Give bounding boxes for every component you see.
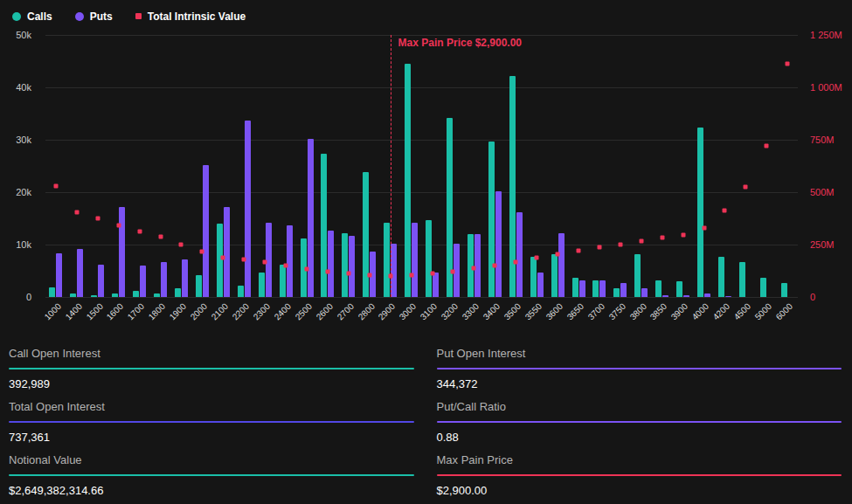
intrinsic-value-dot[interactable] [116, 223, 121, 227]
intrinsic-value-dot[interactable] [597, 245, 601, 250]
puts-bar[interactable] [412, 223, 418, 297]
puts-bar[interactable] [328, 231, 334, 297]
calls-bar[interactable] [530, 257, 537, 297]
strike-group-5000[interactable] [756, 35, 777, 297]
strike-group-3200[interactable] [443, 35, 464, 297]
calls-bar[interactable] [112, 293, 118, 297]
intrinsic-value-dot[interactable] [200, 249, 204, 253]
calls-bar[interactable] [572, 278, 578, 297]
intrinsic-value-dot[interactable] [681, 232, 685, 237]
intrinsic-value-dot[interactable] [284, 263, 288, 267]
puts-bar[interactable] [98, 265, 104, 297]
puts-bar[interactable] [704, 293, 710, 297]
puts-bar[interactable] [56, 253, 62, 297]
intrinsic-value-dot[interactable] [325, 269, 329, 273]
intrinsic-value-dot[interactable] [660, 236, 664, 240]
calls-bar[interactable] [196, 275, 202, 297]
strike-group-3600[interactable] [547, 35, 568, 297]
puts-bar[interactable] [140, 266, 146, 297]
calls-bar[interactable] [91, 295, 97, 297]
strike-group-3750[interactable] [610, 35, 631, 297]
intrinsic-value-dot[interactable] [367, 273, 371, 277]
intrinsic-value-dot[interactable] [95, 216, 100, 220]
strike-group-2200[interactable] [233, 35, 254, 297]
strike-group-2300[interactable] [254, 35, 275, 297]
puts-bar[interactable] [433, 273, 439, 297]
intrinsic-value-dot[interactable] [744, 184, 748, 189]
strike-group-4500[interactable] [735, 35, 756, 297]
calls-bar[interactable] [70, 293, 76, 297]
plot-area[interactable]: Max Pain Price $2,900.00 [45, 35, 798, 297]
open-interest-chart[interactable]: 50k40k30k20k10k0 1 250M1 000M750M500M250… [45, 35, 798, 297]
intrinsic-value-dot[interactable] [472, 266, 476, 271]
strike-group-1400[interactable] [66, 35, 87, 297]
strike-group-2400[interactable] [275, 35, 296, 297]
puts-bar[interactable] [537, 273, 544, 297]
strike-group-2600[interactable] [317, 35, 338, 297]
puts-bar[interactable] [349, 236, 355, 297]
calls-bar[interactable] [49, 287, 55, 297]
intrinsic-value-dot[interactable] [346, 272, 350, 276]
legend-item-puts[interactable]: Puts [75, 10, 113, 23]
calls-bar[interactable] [259, 273, 265, 297]
calls-bar[interactable] [175, 288, 181, 297]
calls-bar[interactable] [280, 265, 286, 297]
puts-bar[interactable] [287, 225, 293, 297]
puts-bar[interactable] [224, 207, 230, 297]
puts-bar[interactable] [182, 259, 188, 297]
strike-group-3300[interactable] [463, 35, 484, 297]
calls-bar[interactable] [676, 281, 682, 297]
intrinsic-value-dot[interactable] [158, 235, 163, 239]
calls-bar[interactable] [613, 288, 620, 297]
intrinsic-value-dot[interactable] [409, 273, 413, 278]
calls-bar[interactable] [217, 224, 223, 297]
calls-bar[interactable] [405, 64, 411, 297]
calls-bar[interactable] [488, 142, 495, 297]
strike-group-2800[interactable] [359, 35, 380, 297]
strike-group-6000[interactable] [777, 35, 798, 297]
legend-item-calls[interactable]: Calls [12, 10, 52, 23]
intrinsic-value-dot[interactable] [577, 248, 581, 252]
legend-item-total-intrinsic-value[interactable]: Total Intrinsic Value [135, 10, 246, 23]
puts-bar[interactable] [203, 165, 209, 297]
strike-group-3850[interactable] [652, 35, 673, 297]
calls-bar[interactable] [718, 257, 724, 297]
intrinsic-value-dot[interactable] [765, 143, 769, 148]
puts-bar[interactable] [495, 191, 502, 297]
puts-bar[interactable] [516, 212, 523, 297]
calls-bar[interactable] [133, 291, 139, 297]
puts-bar[interactable] [161, 262, 167, 297]
puts-bar[interactable] [119, 207, 125, 297]
calls-bar[interactable] [363, 172, 369, 297]
calls-bar[interactable] [634, 254, 641, 297]
calls-bar[interactable] [551, 254, 558, 297]
intrinsic-value-dot[interactable] [53, 184, 58, 189]
calls-bar[interactable] [342, 233, 348, 297]
strike-group-2100[interactable] [212, 35, 233, 297]
strike-group-2700[interactable] [338, 35, 359, 297]
calls-bar[interactable] [426, 220, 432, 297]
calls-bar[interactable] [238, 286, 244, 297]
puts-bar[interactable] [683, 295, 689, 297]
strike-group-3550[interactable] [526, 35, 547, 297]
intrinsic-value-dot[interactable] [451, 269, 455, 273]
puts-bar[interactable] [245, 121, 251, 297]
calls-bar[interactable] [760, 278, 766, 297]
intrinsic-value-dot[interactable] [305, 267, 309, 272]
strike-group-4200[interactable] [715, 35, 736, 297]
strike-group-3900[interactable] [673, 35, 694, 297]
intrinsic-value-dot[interactable] [179, 242, 184, 246]
calls-bar[interactable] [592, 280, 599, 297]
puts-bar[interactable] [77, 249, 83, 297]
strike-group-1700[interactable] [129, 35, 150, 297]
strike-group-2000[interactable] [191, 35, 212, 297]
puts-bar[interactable] [599, 280, 606, 297]
calls-bar[interactable] [384, 223, 390, 297]
puts-bar[interactable] [579, 280, 585, 297]
strike-group-3700[interactable] [589, 35, 610, 297]
intrinsic-value-dot[interactable] [74, 211, 79, 215]
calls-bar[interactable] [781, 283, 787, 297]
intrinsic-value-dot[interactable] [786, 61, 790, 66]
intrinsic-value-dot[interactable] [514, 259, 518, 264]
strike-group-1500[interactable] [87, 35, 108, 297]
